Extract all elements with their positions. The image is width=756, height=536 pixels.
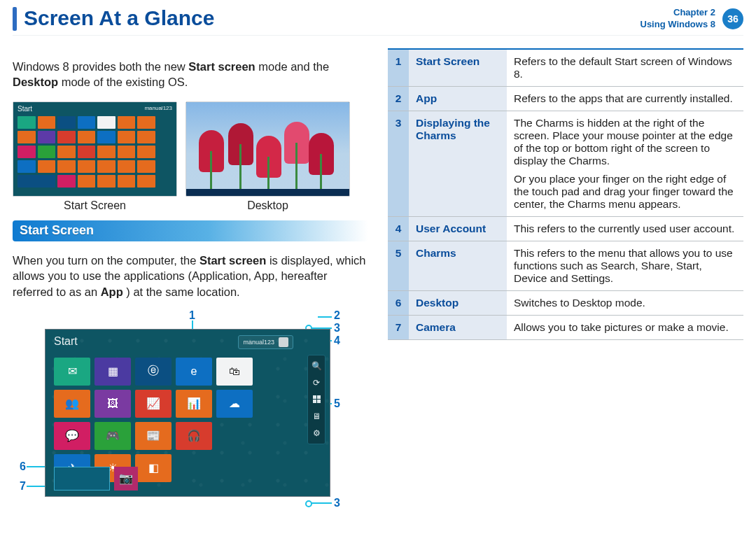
intro-bold-start-screen: Start screen	[188, 60, 255, 73]
user-account-badge[interactable]: manual123	[238, 335, 293, 349]
table-cell-desc: Refers to the default Start screen of Wi…	[507, 49, 743, 87]
mini-desktop-screen	[186, 102, 349, 196]
table-row: 2AppRefers to the apps that are currentl…	[388, 87, 743, 111]
thumb-label-start: Start Screen	[13, 199, 177, 212]
table-cell-num: 6	[388, 291, 409, 316]
tile-desktop[interactable]	[54, 467, 110, 491]
table-cell-num: 4	[388, 217, 409, 241]
section-heading-start-screen: Start Screen	[13, 220, 368, 241]
thumb-start-screen: Start manual123	[13, 101, 177, 197]
feature-table-body: 1Start ScreenRefers to the default Start…	[388, 49, 743, 340]
leader-2	[318, 316, 332, 318]
table-cell-num: 7	[388, 316, 409, 340]
tile-store[interactable]: 🛍	[216, 358, 253, 386]
tile-news[interactable]: 📰	[135, 422, 172, 450]
header-accent-bar	[13, 7, 17, 31]
share-icon[interactable]: ⟳	[311, 376, 322, 389]
header-left: Screen At a Glance	[13, 7, 214, 31]
table-row: 1Start ScreenRefers to the default Start…	[388, 49, 743, 87]
tile-calendar[interactable]: ▦	[94, 358, 131, 386]
table-cell-name: Desktop	[409, 291, 507, 316]
tile-skydrive[interactable]: ☁	[216, 390, 253, 418]
p2-bold-app: App	[101, 285, 123, 298]
mini-start-tiles	[18, 116, 155, 192]
p2-bold-start: Start screen	[200, 254, 266, 267]
table-cell-num: 1	[388, 49, 409, 87]
table-cell-num: 3	[388, 111, 409, 217]
table-cell-name: User Account	[409, 217, 507, 241]
table-cell-desc: Allows you to take pictures or make a mo…	[507, 316, 743, 340]
tile-ie[interactable]: ⓔ	[135, 358, 172, 386]
tile-camera[interactable]: 📷	[114, 467, 138, 491]
chapter-line-1: Chapter 2	[640, 7, 716, 19]
callout-3: 3	[334, 322, 340, 334]
thumbnail-labels: Start Screen Desktop	[13, 199, 368, 212]
intro-text-a: Windows 8 provides both the new	[13, 60, 188, 73]
tile-messaging[interactable]: 💬	[54, 422, 90, 450]
mini-start-user: manual123	[144, 105, 172, 111]
start-tiles: ✉ ▦ ⓔ e 🛍 👥 🖼 📈 📊 ☁ 💬 🎮 📰 🎧	[54, 358, 302, 482]
table-cell-name: Charms	[409, 241, 507, 291]
tile-mail[interactable]: ✉	[54, 358, 90, 386]
tile-extra[interactable]: ◧	[135, 454, 172, 482]
chapter-line-2: Using Windows 8	[640, 19, 716, 31]
tile-photos[interactable]: 🖼	[94, 390, 131, 418]
page-number-badge: 36	[722, 8, 743, 29]
page-title: Screen At a Glance	[24, 7, 214, 29]
callout-2: 2	[334, 309, 340, 322]
leader-6	[27, 466, 46, 467]
table-cell-name: App	[409, 87, 507, 111]
tile-finance[interactable]: 📈	[135, 390, 172, 418]
callout-5: 5	[334, 397, 340, 410]
table-cell-name: Displaying the Charms	[409, 111, 507, 217]
chapter-label: Chapter 2 Using Windows 8	[640, 7, 716, 31]
table-cell-desc: This refers to the menu that allows you …	[507, 241, 743, 291]
p2-text-a: When you turn on the computer, the	[13, 254, 200, 267]
intro-text-b: mode and the	[258, 60, 329, 73]
left-column: Windows 8 provides both the new Start sc…	[13, 47, 368, 505]
start-last-row: 📷	[54, 467, 138, 491]
search-icon[interactable]: 🔍	[311, 360, 322, 372]
table-row: 5CharmsThis refers to the menu that allo…	[388, 241, 743, 291]
mini-taskbar	[186, 189, 349, 196]
table-row: 6DesktopSwitches to Desktop mode.	[388, 291, 743, 316]
callout-4: 4	[334, 334, 340, 347]
intro-bold-desktop: Desktop	[13, 76, 58, 88]
user-account-label: manual123	[243, 339, 274, 346]
leader-3-bottom	[311, 502, 332, 504]
table-cell-desc: This refers to the currently used user a…	[507, 217, 743, 241]
mini-start-screen: Start manual123	[13, 102, 176, 196]
table-cell-name: Camera	[409, 316, 507, 340]
table-row: 3Displaying the CharmsThe Charms is hidd…	[388, 111, 743, 217]
table-cell-desc: The Charms is hidden at the right of the…	[507, 111, 743, 217]
p2-text-c: ) at the same location.	[126, 285, 239, 298]
annotated-start-screen: Start manual123 🔍 ⟳ 🖥 ⚙	[45, 329, 330, 497]
leader-dot-3-bottom	[305, 500, 312, 507]
page-header: Screen At a Glance Chapter 2 Using Windo…	[13, 7, 743, 36]
tile-people[interactable]: 👥	[54, 390, 90, 418]
avatar	[279, 337, 288, 347]
mini-start-title: Start	[18, 105, 32, 113]
table-cell-desc: Switches to Desktop mode.	[507, 291, 743, 316]
charms-bar[interactable]: 🔍 ⟳ 🖥 ⚙	[307, 355, 326, 444]
start-screen-paragraph: When you turn on the computer, the Start…	[13, 253, 368, 299]
table-cell-num: 2	[388, 87, 409, 111]
tile-ie2[interactable]: e	[176, 358, 212, 386]
start-icon[interactable]	[311, 393, 322, 406]
callout-3b: 3	[334, 497, 340, 509]
tile-finance2[interactable]: 📊	[176, 390, 212, 418]
settings-icon[interactable]: ⚙	[311, 427, 322, 439]
tile-music[interactable]: 🎧	[176, 422, 212, 450]
thumbnail-row: Start manual123	[13, 101, 368, 197]
header-right: Chapter 2 Using Windows 8 36	[640, 7, 744, 31]
callout-6: 6	[20, 460, 26, 473]
right-column: 1Start ScreenRefers to the default Start…	[388, 47, 743, 505]
annotated-start-screen-wrap: 1 2 3 4 5 6 7 3	[28, 312, 330, 505]
intro-text-c: mode of the existing OS.	[62, 76, 188, 88]
devices-icon[interactable]: 🖥	[311, 410, 322, 423]
table-row: 4User AccountThis refers to the currentl…	[388, 217, 743, 241]
feature-table: 1Start ScreenRefers to the default Start…	[388, 48, 743, 340]
tile-games[interactable]: 🎮	[94, 422, 131, 450]
table-cell-name: Start Screen	[409, 49, 507, 87]
start-title: Start	[54, 335, 78, 348]
